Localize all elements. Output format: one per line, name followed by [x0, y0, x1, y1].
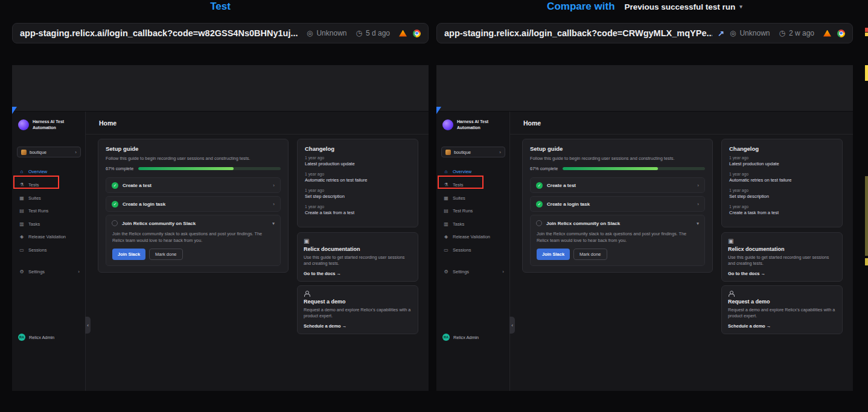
setup-item-create-test[interactable]: ✓ Create a test › — [106, 177, 281, 193]
compare-url-bar[interactable]: app-staging.relicx.ai/login_callback?cod… — [436, 23, 853, 43]
join-slack-button[interactable]: Join Slack — [112, 249, 145, 260]
left-panel-title: Test — [12, 1, 429, 13]
progress-bar — [138, 167, 281, 170]
sidebar-item-label: Tests — [453, 182, 464, 188]
sidebar-item-sessions[interactable]: ▭ Sessions — [12, 244, 85, 256]
list-icon: ▤ — [19, 208, 25, 214]
test-screenshot-panel: Harness AI Test Automation boutique › ⌂ … — [12, 65, 429, 391]
progress-label: 67% complete — [106, 166, 133, 171]
app-screenshot: Harness AI Test Automation boutique › ⌂ … — [436, 111, 853, 391]
setup-item-create-login-task[interactable]: ✓ Create a login task › — [530, 196, 705, 212]
changelog-entry[interactable]: 1 year ago Set step description — [305, 188, 410, 199]
setup-item-join-slack[interactable]: Join Relicx community on Slack ▾ — [106, 215, 280, 231]
page-header: Home — [510, 112, 853, 135]
flask-icon: ⚗ — [19, 182, 25, 188]
user-name: Relicx Admin — [453, 335, 479, 340]
changelog-text: Latest production update — [305, 161, 410, 166]
minimap-mark — [865, 176, 868, 256]
changelog-entry[interactable]: 1 year ago Automatic retries on test fai… — [305, 172, 410, 183]
sidebar-item-tasks[interactable]: ▥ Tasks — [436, 218, 509, 230]
sidebar-item-label: Settings — [28, 269, 45, 274]
setup-item-slack-block: Join Relicx community on Slack ▾ Join th… — [106, 215, 281, 265]
setup-item-join-slack[interactable]: Join Relicx community on Slack ▾ — [531, 215, 704, 231]
sidebar-item-release-validation[interactable]: ◈ Release Validation — [436, 230, 509, 242]
join-slack-button[interactable]: Join Slack — [537, 249, 570, 260]
changelog-entry[interactable]: 1 year ago Automatic retries on test fai… — [729, 172, 835, 183]
sidebar-item-release-validation[interactable]: ◈ Release Validation — [12, 230, 85, 242]
sidebar-item-overview[interactable]: ⌂ Overview — [12, 165, 85, 177]
request-demo-card: Request a demo Request a demo and explor… — [297, 285, 418, 334]
sidebar-item-label: Settings — [453, 269, 469, 274]
minimap-mark — [865, 65, 868, 81]
release-icon: ◈ — [19, 234, 25, 239]
sidebar-item-tests[interactable]: ⚗ Tests — [12, 179, 85, 191]
page-title: Home — [86, 112, 116, 135]
schedule-demo-link[interactable]: Schedule a demo → — [304, 323, 412, 329]
user-account[interactable]: RA Relicx Admin — [18, 334, 54, 341]
compare-url[interactable]: app-staging.relicx.ai/login_callback?cod… — [444, 28, 712, 38]
unchecked-icon — [112, 220, 118, 226]
changelog-time: 1 year ago — [729, 172, 835, 176]
changelog-entry[interactable]: 1 year ago Create a task from a test — [305, 204, 410, 215]
check-icon: ✓ — [536, 182, 543, 189]
app-screenshot: Harness AI Test Automation boutique › ⌂ … — [12, 111, 429, 391]
changelog-text: Set step description — [305, 194, 410, 199]
sidebar-item-suites[interactable]: ▦ Suites — [12, 192, 85, 204]
test-url-bar[interactable]: app-staging.relicx.ai/login_callback?cod… — [12, 23, 429, 43]
compare-run-dropdown[interactable]: Previous successful test run ▾ — [625, 2, 742, 11]
setup-item-create-login-task[interactable]: ✓ Create a login task › — [106, 196, 281, 212]
chevron-right-icon: › — [697, 201, 699, 207]
brand: Harness AI Test Automation — [442, 119, 488, 131]
go-to-docs-link[interactable]: Go to the docs → — [728, 271, 836, 276]
sidebar-item-suites[interactable]: ▦ Suites — [436, 192, 509, 204]
progress-fill — [138, 167, 234, 170]
setup-item-create-test[interactable]: ✓ Create a test › — [530, 177, 705, 193]
chevron-right-icon: › — [499, 150, 501, 155]
main-content: Home Setup guide Follow this guide to be… — [86, 112, 429, 391]
sidebar-collapse-handle[interactable]: ‹ — [85, 317, 91, 334]
age-value: 5 d ago — [366, 29, 390, 37]
sessions-icon: ▭ — [19, 247, 25, 253]
flask-icon: ⚗ — [443, 182, 449, 188]
changelog-entry[interactable]: 1 year ago Latest production update — [305, 156, 410, 166]
user-account[interactable]: RA Relicx Admin — [442, 334, 479, 341]
changelog-entry[interactable]: 1 year ago Set step description — [729, 188, 835, 199]
changelog-text: Create a task from a test — [729, 210, 835, 215]
home-icon: ⌂ — [19, 169, 25, 174]
project-selector[interactable]: boutique › — [17, 147, 81, 157]
avatar: RA — [18, 334, 25, 341]
sidebar-item-settings[interactable]: ⚙ Settings › — [436, 265, 509, 277]
changelog-title: Changelog — [305, 145, 410, 152]
setup-guide-subtitle: Follow this guide to begin recording use… — [530, 156, 705, 162]
sidebar-item-label: Overview — [453, 169, 471, 174]
project-icon — [445, 150, 451, 155]
mark-done-button[interactable]: Mark done — [573, 249, 607, 260]
sidebar-collapse-handle[interactable]: ‹ — [509, 317, 515, 334]
demo-text: Request a demo and explore Relicx's capa… — [728, 307, 836, 320]
schedule-demo-link[interactable]: Schedule a demo → — [728, 323, 836, 329]
sidebar-item-settings[interactable]: ⚙ Settings › — [12, 265, 85, 277]
mark-done-button[interactable]: Mark done — [149, 249, 182, 260]
diff-minimap-scrollbar[interactable] — [865, 0, 868, 412]
external-link-icon[interactable]: ↗ — [718, 29, 724, 38]
changelog-entry[interactable]: 1 year ago Latest production update — [729, 156, 835, 166]
sidebar-item-label: Release Validation — [453, 234, 490, 239]
sidebar-item-test-runs[interactable]: ▤ Test Runs — [436, 204, 509, 217]
sidebar-item-overview[interactable]: ⌂ Overview — [436, 165, 509, 177]
brand: Harness AI Test Automation — [18, 119, 64, 131]
go-to-docs-link[interactable]: Go to the docs → — [304, 271, 412, 276]
test-url[interactable]: app-staging.relicx.ai/login_callback?cod… — [20, 28, 298, 38]
location-icon: ◎ — [730, 29, 736, 37]
project-selector[interactable]: boutique › — [441, 147, 505, 157]
compare-run-label: Previous successful test run — [625, 2, 736, 11]
sidebar-item-tests[interactable]: ⚗ Tests — [436, 179, 509, 191]
location-value: Unknown — [739, 29, 770, 37]
capture-top-band — [436, 65, 853, 111]
setup-guide-title: Setup guide — [530, 145, 705, 152]
setup-guide-subtitle: Follow this guide to begin recording use… — [106, 156, 281, 162]
sidebar-item-tasks[interactable]: ▥ Tasks — [12, 218, 85, 230]
sidebar-item-sessions[interactable]: ▭ Sessions — [436, 244, 509, 256]
changelog-entry[interactable]: 1 year ago Create a task from a test — [729, 204, 835, 215]
sidebar-item-test-runs[interactable]: ▤ Test Runs — [12, 204, 85, 217]
page-header: Home — [86, 112, 429, 135]
